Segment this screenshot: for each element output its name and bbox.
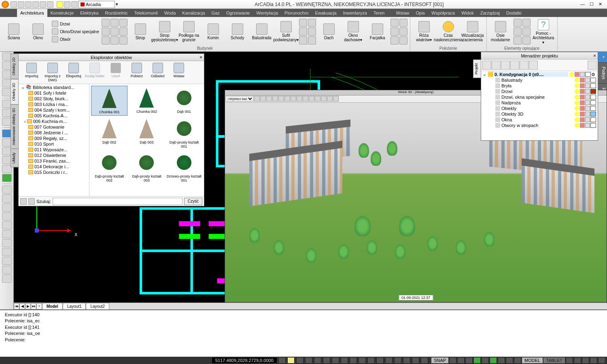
mini-btn[interactable]: [299, 36, 307, 44]
dach-button[interactable]: Dach: [318, 23, 340, 40]
camera-select[interactable]: <Wybierz kamerę>: [225, 96, 254, 102]
lt-btn[interactable]: [2, 53, 12, 61]
mini-btn[interactable]: [110, 36, 119, 44]
tree-folder[interactable]: 001 Sofy i fotele: [19, 90, 89, 96]
sb-btn[interactable]: [314, 357, 321, 364]
mini-btn[interactable]: [110, 19, 119, 27]
sb-btn[interactable]: [278, 357, 286, 364]
tree-root[interactable]: ⌄ 📚 Biblioteka standard...: [19, 84, 89, 90]
tab-widok[interactable]: Widok: [458, 9, 477, 17]
tab-zarzadzaj[interactable]: Zarządzaj: [477, 9, 503, 17]
close-button[interactable]: ✕: [599, 2, 602, 7]
sb-btn[interactable]: [449, 357, 456, 364]
mgr-btn[interactable]: [520, 61, 528, 70]
mgr-item[interactable]: Drzwi, okna specjalne: [481, 94, 598, 100]
strop-button[interactable]: Strop: [129, 23, 152, 40]
drzwi-button[interactable]: Drzwi: [51, 20, 100, 28]
v3d-btn[interactable]: [315, 96, 320, 102]
side-tab-anim3d[interactable]: Animowane obiekty 3D: [11, 104, 19, 149]
sb-btn[interactable]: [341, 357, 348, 364]
model-mode[interactable]: MODEL: [522, 358, 543, 363]
lt-btn[interactable]: [2, 221, 12, 229]
thumb-choinka001[interactable]: Choinka 001: [91, 86, 127, 116]
mgr-btn[interactable]: [492, 61, 501, 70]
sb-btn[interactable]: [359, 357, 366, 364]
layer-bulb-icon[interactable]: [57, 1, 63, 8]
czas-button[interactable]: Czas nasłonecznienia: [437, 21, 460, 42]
importujdwg-button[interactable]: Importuj z DWG: [42, 63, 63, 82]
lt-btn[interactable]: [2, 70, 12, 78]
tree-folder[interactable]: 011 Wyposaże...: [19, 147, 89, 152]
schody-button[interactable]: Schody: [226, 23, 249, 40]
mini-btn[interactable]: [391, 19, 399, 27]
layer-sun-icon[interactable]: [64, 1, 70, 8]
mini-btn[interactable]: [299, 28, 307, 36]
explorer-tree[interactable]: ⌄ 📚 Biblioteka standard... 001 Sofy i fo…: [19, 84, 89, 196]
tree-folder[interactable]: 002 Stoły, biurk...: [19, 96, 89, 102]
v3d-btn[interactable]: [309, 96, 314, 102]
sb-btn[interactable]: [490, 357, 497, 364]
manager-close-icon[interactable]: ×: [593, 53, 596, 59]
mini-btn[interactable]: [514, 19, 522, 27]
lt-btn[interactable]: [2, 109, 12, 117]
sb-btn[interactable]: [482, 357, 489, 364]
usun-button[interactable]: Usuń: [105, 63, 126, 82]
pomoc-button[interactable]: ?Pomoc - Architektura ▾: [532, 19, 555, 44]
tab-gaz[interactable]: Gaz: [208, 9, 223, 17]
v3d-btn[interactable]: [284, 96, 290, 102]
sb-btn[interactable]: [412, 357, 419, 364]
v3d-btn[interactable]: [278, 96, 284, 102]
v3d-btn[interactable]: [303, 96, 308, 102]
mgr-item[interactable]: Nadproża: [481, 100, 598, 106]
tab-nav-next[interactable]: ▶: [25, 303, 31, 309]
v3d-btn[interactable]: [266, 96, 272, 102]
v3d-btn[interactable]: [291, 96, 296, 102]
side-tab-obj2d[interactable]: Obiekty 2D: [11, 54, 19, 79]
dodajfolder-button[interactable]: Dodaj folder: [84, 63, 105, 82]
lt-btn[interactable]: [2, 266, 12, 274]
sb-btn[interactable]: [506, 357, 513, 364]
tree-folder[interactable]: 007 Gotowanie: [19, 124, 89, 130]
lt-btn[interactable]: [2, 195, 12, 203]
tab-nav-last[interactable]: ⏭: [31, 303, 36, 309]
tab-telekomunikacja[interactable]: Telekomunil: [131, 9, 161, 17]
search-input[interactable]: [53, 198, 183, 205]
tab-teren[interactable]: Teren: [370, 9, 388, 17]
mini-btn[interactable]: [522, 19, 531, 27]
lt-btn[interactable]: [2, 212, 12, 220]
mgr-btn[interactable]: [588, 61, 596, 70]
mini-btn[interactable]: [399, 28, 407, 36]
sufit-button[interactable]: Sufit podwieszany▾: [275, 21, 297, 42]
search-opt2-icon[interactable]: [28, 198, 35, 205]
facjatka-button[interactable]: Facjatka: [366, 23, 389, 40]
stropg-button[interactable]: Strop gęstożebrowy▾: [153, 21, 176, 42]
sb-btn[interactable]: [305, 357, 312, 364]
snap-mode[interactable]: SNAP: [431, 358, 448, 363]
sb-btn[interactable]: [296, 357, 304, 364]
tab-opis[interactable]: Opis: [412, 9, 428, 17]
sb-btn[interactable]: [403, 357, 410, 364]
tab-ewakuacja[interactable]: Ewakuacja: [312, 9, 340, 17]
mini-btn[interactable]: [391, 28, 399, 36]
sb-btn[interactable]: [457, 357, 465, 364]
mini-btn[interactable]: [514, 28, 522, 36]
current-layer-dropdown[interactable]: Arcadia: [79, 1, 115, 8]
podloga-button[interactable]: Podłoga na gruncie: [178, 21, 200, 42]
tab-dodatki[interactable]: Dodatki: [503, 9, 524, 17]
mini-btn[interactable]: [102, 19, 110, 27]
wstaw-button[interactable]: Wstaw: [168, 63, 189, 82]
minimize-button[interactable]: —: [580, 2, 585, 7]
qat-save[interactable]: [25, 1, 32, 8]
lt-btn[interactable]: [2, 230, 12, 238]
tablet-mode[interactable]: TABLET: [543, 358, 565, 363]
sb-btn[interactable]: [323, 357, 330, 364]
tab-woda[interactable]: Woda: [161, 9, 179, 17]
lt-btn[interactable]: [2, 186, 12, 194]
tab-piorunochron[interactable]: Piorunochro: [281, 9, 312, 17]
tab-wentylacja[interactable]: Wentylacja: [253, 9, 281, 17]
tab-rozdzielnice[interactable]: Rozdzielnic: [102, 9, 131, 17]
otwor-button[interactable]: Otwór: [51, 36, 100, 43]
tab-wspolpraca[interactable]: Współpraca: [428, 9, 458, 17]
lt-btn[interactable]: [2, 79, 12, 87]
sb-btn[interactable]: [598, 357, 605, 364]
